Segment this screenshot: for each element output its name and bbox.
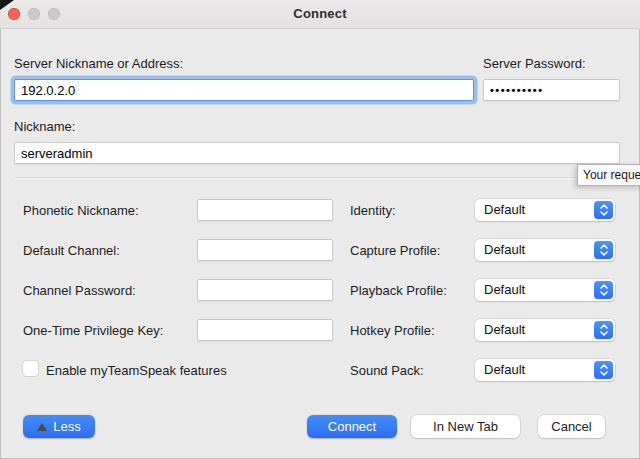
chevron-up-down-icon xyxy=(594,241,613,259)
titlebar: Connect xyxy=(0,0,640,29)
capture-profile-select[interactable]: Default xyxy=(475,239,615,261)
playback-profile-select[interactable]: Default xyxy=(475,279,615,301)
connect-button[interactable]: Connect xyxy=(307,415,397,438)
capture-profile-label: Capture Profile: xyxy=(350,243,440,258)
server-password-label: Server Password: xyxy=(483,56,586,71)
playback-profile-select-value: Default xyxy=(484,279,525,301)
server-password-input[interactable] xyxy=(483,79,620,101)
sound-pack-select[interactable]: Default xyxy=(475,359,615,381)
channel-password-input[interactable] xyxy=(197,279,333,301)
hotkey-profile-select[interactable]: Default xyxy=(475,319,615,341)
sound-pack-label: Sound Pack: xyxy=(350,363,424,378)
tooltip: Your reque xyxy=(577,164,640,186)
cancel-button[interactable]: Cancel xyxy=(538,415,605,438)
less-button[interactable]: Less xyxy=(23,415,95,438)
default-channel-label: Default Channel: xyxy=(23,243,120,258)
nickname-input[interactable] xyxy=(14,142,620,164)
privilege-key-input[interactable] xyxy=(197,319,333,341)
collapse-triangle-icon xyxy=(37,423,47,431)
default-channel-input[interactable] xyxy=(197,239,333,261)
server-address-input[interactable] xyxy=(14,79,474,101)
identity-select-value: Default xyxy=(484,199,525,221)
phonetic-nickname-input[interactable] xyxy=(197,199,333,221)
chevron-up-down-icon xyxy=(594,281,613,299)
capture-profile-select-value: Default xyxy=(484,239,525,261)
chevron-up-down-icon xyxy=(594,201,613,219)
chevron-up-down-icon xyxy=(594,361,613,379)
less-button-label: Less xyxy=(53,415,80,438)
section-separator xyxy=(14,177,626,179)
myteamspeak-checkbox[interactable] xyxy=(23,361,38,376)
nickname-label: Nickname: xyxy=(14,119,75,134)
connect-dialog: Connect Server Nickname or Address: Serv… xyxy=(0,0,640,459)
minimize-button xyxy=(28,8,40,20)
in-new-tab-button[interactable]: In New Tab xyxy=(411,415,520,438)
channel-password-label: Channel Password: xyxy=(23,283,136,298)
sound-pack-select-value: Default xyxy=(484,359,525,381)
window-title: Connect xyxy=(0,0,640,28)
privilege-key-label: One-Time Privilege Key: xyxy=(23,323,163,338)
identity-select[interactable]: Default xyxy=(475,199,615,221)
playback-profile-label: Playback Profile: xyxy=(350,283,447,298)
zoom-button xyxy=(48,8,60,20)
chevron-up-down-icon xyxy=(594,321,613,339)
hotkey-profile-label: Hotkey Profile: xyxy=(350,323,435,338)
identity-label: Identity: xyxy=(350,203,396,218)
myteamspeak-checkbox-label: Enable myTeamSpeak features xyxy=(46,363,227,378)
phonetic-nickname-label: Phonetic Nickname: xyxy=(23,203,139,218)
server-address-label: Server Nickname or Address: xyxy=(14,56,183,71)
hotkey-profile-select-value: Default xyxy=(484,319,525,341)
close-button[interactable] xyxy=(8,8,20,20)
